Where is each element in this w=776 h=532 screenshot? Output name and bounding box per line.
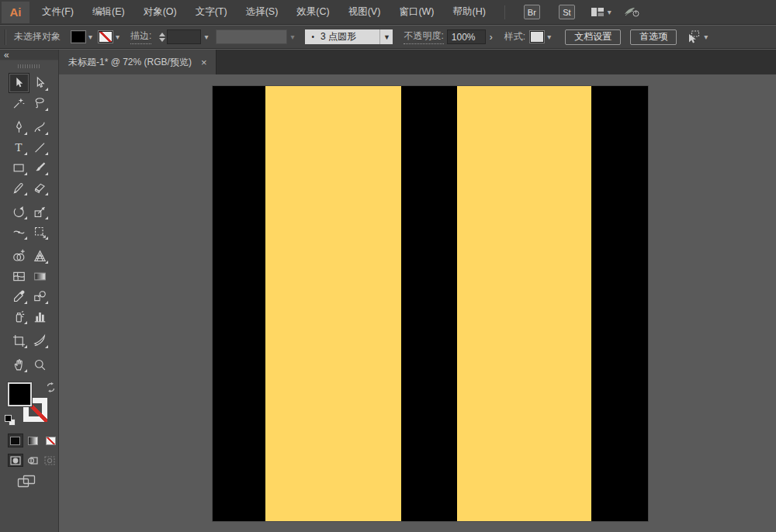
eraser-icon	[33, 181, 47, 195]
blend-tool[interactable]	[29, 286, 50, 306]
magic-wand-tool[interactable]	[9, 93, 29, 113]
tool-row	[9, 306, 58, 326]
direct-selection-tool[interactable]	[29, 73, 50, 93]
menu-type[interactable]: 文字(T)	[188, 1, 235, 23]
fill-color-swatch[interactable]	[71, 31, 85, 43]
grip-dots-icon	[18, 64, 41, 68]
draw-normal-button[interactable]	[8, 454, 23, 467]
zoom-tool[interactable]	[29, 354, 50, 375]
swap-fill-stroke-button[interactable]	[46, 382, 56, 395]
symbol-sprayer-tool[interactable]	[9, 306, 29, 326]
chevron-down-icon[interactable]: ▾	[704, 33, 708, 41]
menu-object[interactable]: 对象(O)	[136, 1, 185, 23]
perspective-grid-tool[interactable]	[29, 246, 50, 266]
stroke-weight-dropdown-icon[interactable]: ▾	[204, 33, 208, 41]
rotate-tool[interactable]	[9, 202, 29, 222]
brush-dropdown-icon[interactable]: ▼	[379, 29, 393, 44]
stroke-color-dropdown-icon[interactable]: ▾	[116, 33, 120, 41]
hand-tool[interactable]	[9, 354, 29, 375]
menu-file[interactable]: 文件(F)	[34, 1, 81, 23]
chevron-down-icon: ▾	[608, 8, 611, 16]
stroke-weight-field[interactable]	[167, 29, 201, 44]
cs-live-button[interactable]	[624, 6, 639, 18]
tool-row	[9, 202, 58, 222]
collapse-panel-button[interactable]: «	[0, 51, 13, 59]
fill-proxy-swatch[interactable]	[8, 382, 32, 406]
tool-row	[9, 222, 58, 242]
yellow-stripe-1[interactable]	[265, 86, 401, 521]
paintbrush-tool[interactable]	[29, 157, 50, 178]
style-label: 样式:	[504, 30, 525, 43]
rectangle-tool[interactable]	[9, 157, 29, 178]
opacity-flyout-icon[interactable]: ›	[486, 32, 497, 43]
pen-tool[interactable]	[9, 117, 29, 137]
free-transform-tool[interactable]	[29, 222, 50, 242]
menu-view[interactable]: 视图(V)	[341, 1, 389, 23]
gradient-tool[interactable]	[29, 266, 50, 286]
gradient-button[interactable]	[26, 434, 41, 447]
tools-panel-grip[interactable]	[0, 60, 58, 71]
line-segment-tool[interactable]	[29, 137, 50, 157]
gradient-icon	[33, 269, 47, 284]
rotate-icon	[12, 205, 26, 219]
menu-help[interactable]: 帮助(H)	[445, 1, 494, 23]
lasso-icon	[33, 96, 47, 111]
slice-tool[interactable]	[29, 330, 50, 351]
mesh-tool[interactable]	[9, 266, 29, 286]
gradient-icon	[28, 437, 38, 445]
lasso-tool[interactable]	[29, 93, 50, 113]
column-graph-tool[interactable]	[29, 306, 50, 326]
brush-definition-dropdown[interactable]: • 3 点圆形 ▼	[305, 29, 393, 44]
selection-tool[interactable]	[9, 73, 29, 93]
opacity-label[interactable]: 不透明度:	[404, 29, 443, 44]
drawing-mode-row	[8, 454, 58, 467]
color-button[interactable]	[8, 434, 23, 447]
zoom-icon	[33, 358, 47, 372]
eraser-tool[interactable]	[29, 178, 50, 198]
default-fill-stroke-button[interactable]	[5, 415, 16, 426]
none-button[interactable]	[43, 434, 58, 447]
menu-select[interactable]: 选择(S)	[238, 1, 286, 23]
slice-icon	[33, 333, 47, 348]
menu-effect[interactable]: 效果(C)	[289, 1, 337, 23]
scale-tool[interactable]	[29, 202, 50, 222]
select-similar-button[interactable]: ▾	[686, 30, 708, 43]
bridge-button[interactable]: Br	[524, 5, 540, 19]
artboard[interactable]	[213, 86, 648, 521]
svg-text:T: T	[16, 141, 23, 153]
pencil-tool[interactable]	[9, 178, 29, 198]
stroke-weight-stepper[interactable]	[159, 33, 165, 42]
brush-name-text: 3 点圆形	[320, 30, 356, 43]
menu-window[interactable]: 窗口(W)	[391, 1, 442, 23]
tool-row	[9, 117, 58, 137]
stock-button[interactable]: St	[559, 5, 575, 19]
menu-edit[interactable]: 编辑(E)	[85, 1, 133, 23]
draw-normal-icon	[10, 456, 21, 465]
type-tool[interactable]: T	[9, 137, 29, 157]
opacity-field[interactable]: 100%	[447, 29, 486, 44]
tool-row: T	[9, 137, 58, 157]
document-setup-button[interactable]: 文档设置	[565, 29, 621, 45]
screen-mode-button[interactable]	[17, 475, 58, 491]
curvature-tool[interactable]	[29, 117, 50, 137]
draw-behind-button[interactable]	[25, 454, 40, 467]
control-bar-grip[interactable]	[5, 29, 6, 45]
fill-color-dropdown-icon[interactable]: ▾	[88, 33, 92, 41]
workspace-switcher-button[interactable]: ▾	[591, 7, 611, 17]
eyedropper-tool[interactable]	[9, 286, 29, 306]
document-tab[interactable]: 未标题-1* @ 72% (RGB/预览) ×	[59, 50, 217, 74]
canvas-pasteboard[interactable]	[59, 74, 776, 532]
style-dropdown-icon[interactable]: ▾	[547, 33, 551, 41]
width-tool[interactable]	[9, 222, 29, 242]
perspective-grid-icon	[33, 249, 47, 264]
style-swatch[interactable]	[530, 31, 544, 43]
yellow-stripe-2[interactable]	[457, 86, 591, 521]
stroke-color-swatch[interactable]	[99, 31, 113, 43]
shape-builder-tool[interactable]	[9, 246, 29, 266]
stroke-weight-label[interactable]: 描边:	[130, 29, 151, 44]
artboard-tool[interactable]	[9, 330, 29, 351]
preferences-button[interactable]: 首选项	[630, 29, 677, 45]
menu-items: 文件(F)编辑(E)对象(O)文字(T)选择(S)效果(C)视图(V)窗口(W)…	[33, 1, 495, 23]
selection-icon	[12, 76, 26, 91]
tab-close-icon[interactable]: ×	[201, 57, 207, 68]
